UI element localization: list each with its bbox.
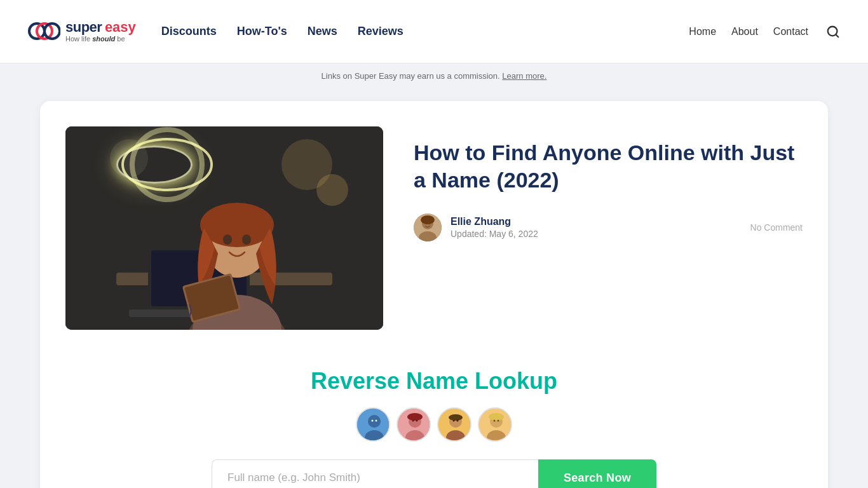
lookup-avatar-3 bbox=[437, 407, 471, 442]
site-header: super easy How life should be Discounts … bbox=[0, 0, 868, 64]
svg-point-32 bbox=[368, 415, 381, 428]
logo-text: super easy How life should be bbox=[65, 20, 136, 43]
main-nav: Discounts How-To's News Reviews bbox=[161, 25, 689, 38]
svg-point-39 bbox=[407, 413, 423, 421]
commission-bar: Links on Super Easy may earn us a commis… bbox=[0, 64, 868, 88]
neon-decoration bbox=[116, 146, 193, 184]
author-details: Ellie Zhuang Updated: May 6, 2022 bbox=[451, 216, 742, 239]
svg-point-0 bbox=[25, 14, 60, 49]
lookup-avatar-2 bbox=[397, 407, 431, 442]
svg-point-21 bbox=[223, 234, 232, 245]
name-search-input[interactable] bbox=[212, 459, 538, 488]
svg-point-53 bbox=[498, 420, 499, 422]
lookup-title: Reverse Name Lookup bbox=[65, 368, 803, 395]
logo-easy: easy bbox=[105, 19, 136, 35]
main-content: How to Find Anyone Online with Just a Na… bbox=[27, 101, 841, 488]
article-image bbox=[65, 126, 383, 330]
logo-tagline: How life should be bbox=[65, 36, 136, 43]
author-avatar-image bbox=[414, 214, 442, 241]
logo-link[interactable]: super easy How life should be bbox=[25, 14, 136, 49]
nav-reviews[interactable]: Reviews bbox=[358, 25, 403, 38]
learn-more-link[interactable]: Learn more. bbox=[502, 71, 546, 81]
article-top: How to Find Anyone Online with Just a Na… bbox=[65, 126, 803, 330]
lookup-avatar-1 bbox=[356, 407, 390, 442]
article-info: How to Find Anyone Online with Just a Na… bbox=[414, 126, 803, 247]
nav-news[interactable]: News bbox=[308, 25, 337, 38]
svg-point-35 bbox=[376, 420, 377, 422]
author-name: Ellie Zhuang bbox=[451, 216, 742, 227]
svg-point-40 bbox=[412, 420, 414, 422]
svg-line-5 bbox=[836, 34, 838, 37]
svg-point-47 bbox=[457, 420, 459, 422]
article-photo-illustration bbox=[65, 126, 383, 330]
nav-discounts[interactable]: Discounts bbox=[161, 25, 217, 38]
lookup-avatar-4 bbox=[478, 407, 512, 442]
svg-point-22 bbox=[242, 234, 251, 245]
search-bar: Search Now bbox=[212, 459, 656, 488]
article-title: How to Find Anyone Online with Just a Na… bbox=[414, 139, 803, 193]
nav-home[interactable]: Home bbox=[689, 26, 716, 37]
right-nav: Home About Contact bbox=[689, 22, 843, 41]
nav-howtos[interactable]: How-To's bbox=[237, 25, 287, 38]
article-card: How to Find Anyone Online with Just a Na… bbox=[40, 101, 828, 488]
search-now-button[interactable]: Search Now bbox=[538, 459, 656, 488]
author-date: Updated: May 6, 2022 bbox=[451, 229, 742, 239]
nav-contact[interactable]: Contact bbox=[773, 26, 808, 37]
avatar-row bbox=[65, 407, 803, 442]
nav-about[interactable]: About bbox=[731, 26, 758, 37]
svg-point-51 bbox=[489, 413, 504, 421]
author-avatar bbox=[414, 214, 442, 241]
search-icon bbox=[826, 25, 840, 39]
svg-point-8 bbox=[316, 174, 348, 206]
author-row: Ellie Zhuang Updated: May 6, 2022 No Com… bbox=[414, 214, 803, 241]
svg-point-30 bbox=[421, 215, 435, 224]
search-toggle-button[interactable] bbox=[824, 22, 843, 41]
svg-point-45 bbox=[449, 414, 463, 421]
svg-point-46 bbox=[453, 420, 455, 422]
logo-icon bbox=[25, 14, 60, 49]
logo-super: super bbox=[65, 19, 102, 35]
commission-text: Links on Super Easy may earn us a commis… bbox=[322, 71, 500, 81]
lookup-section: Reverse Name Lookup bbox=[65, 362, 803, 488]
no-comment-label: No Comment bbox=[750, 222, 803, 233]
svg-point-52 bbox=[494, 420, 496, 422]
svg-point-34 bbox=[372, 420, 374, 422]
svg-point-41 bbox=[416, 420, 418, 422]
